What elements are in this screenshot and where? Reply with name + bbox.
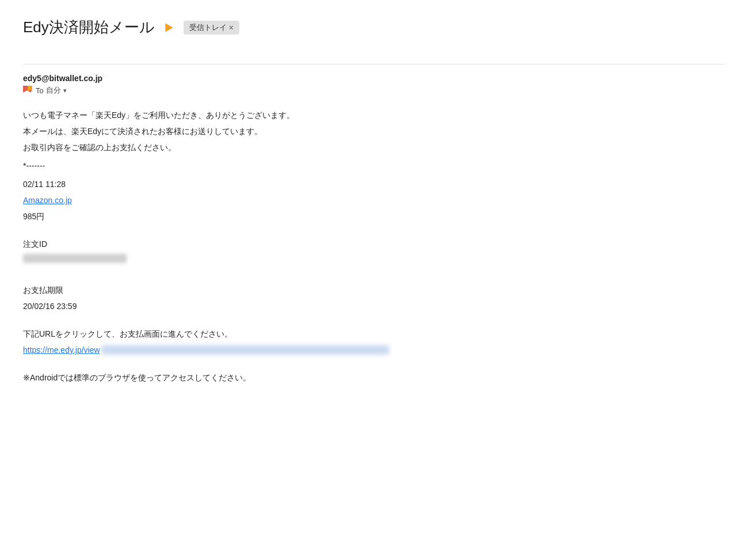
merchant-link[interactable]: Amazon.co.jp xyxy=(23,196,72,205)
order-id-value xyxy=(23,254,127,263)
inbox-tag[interactable]: 受信トレイ × xyxy=(184,21,239,35)
body-line-3: お取引内容をご確認の上お支払ください。 xyxy=(23,139,725,155)
url-redacted xyxy=(101,345,389,355)
tag-close-button[interactable]: × xyxy=(229,23,234,32)
url-instruction: 下記URLをクリックして、お支払画面に進んでください。 xyxy=(23,326,725,342)
sender-section: edy5@bitwallet.co.jp To 自分 ▾ xyxy=(23,74,725,96)
transaction-date: 02/11 11:28 xyxy=(23,176,725,192)
sender-email: edy5@bitwallet.co.jp xyxy=(23,74,725,83)
header-divider xyxy=(23,64,725,64)
email-body: いつも電子マネー「楽天Edy」をご利用いただき、ありがとうございます。 本メール… xyxy=(23,107,725,386)
email-header: Edy決済開始メール 受信トレイ × xyxy=(23,17,725,47)
to-prefix: To xyxy=(36,86,44,95)
payment-url-section: 下記URLをクリックして、お支払画面に進んでください。 https://me.e… xyxy=(23,326,725,358)
merchant-name[interactable]: Amazon.co.jp xyxy=(23,192,725,208)
payment-url-link[interactable]: https://me.edy.jp/view xyxy=(23,342,100,358)
body-line-1: いつも電子マネー「楽天Edy」をご利用いただき、ありがとうございます。 xyxy=(23,107,725,123)
separator: *------- xyxy=(23,158,725,174)
transaction-amount: 985円 xyxy=(23,208,725,224)
bookmark-flag-icon xyxy=(23,86,33,95)
svg-marker-1 xyxy=(165,23,173,32)
body-line-2: 本メールは、楽天Edyにて決済されたお客様にお送りしています。 xyxy=(23,123,725,139)
email-subject: Edy決済開始メール xyxy=(23,17,155,37)
android-note: ※Androidでは標準のブラウザを使ってアクセスしてください。 xyxy=(23,369,725,386)
to-recipient: 自分 xyxy=(46,85,61,96)
payment-deadline-label: お支払期限 xyxy=(23,282,725,298)
url-line: https://me.edy.jp/view xyxy=(23,342,725,358)
to-line: To 自分 ▾ xyxy=(23,85,725,96)
recipient-dropdown-arrow[interactable]: ▾ xyxy=(63,87,67,94)
order-id-label: 注文ID xyxy=(23,236,725,252)
payment-deadline-value: 20/02/16 23:59 xyxy=(23,298,725,314)
inbox-tag-label: 受信トレイ xyxy=(189,22,227,33)
forward-arrow-icon xyxy=(163,21,175,34)
